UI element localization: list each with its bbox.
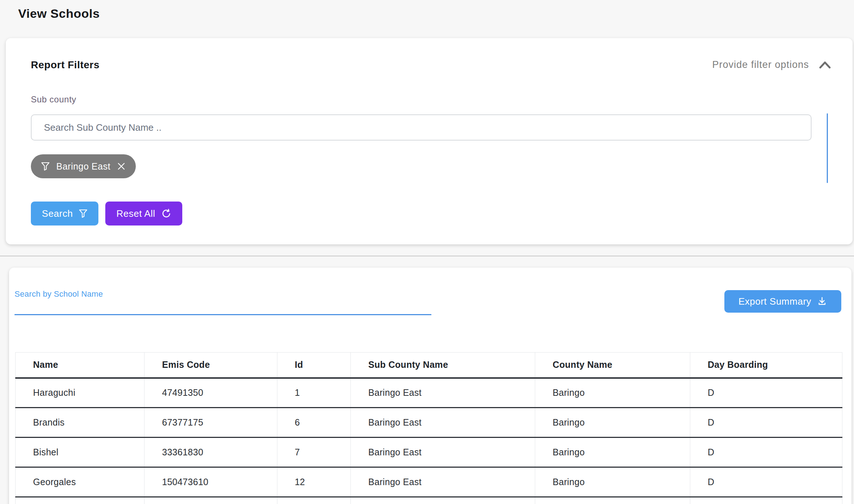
cell-sub-county: Baringo East: [351, 467, 535, 497]
list-scrollbar-thumb[interactable]: [827, 113, 828, 183]
cell-id: 1: [277, 378, 351, 408]
cell-day-boarding: D: [690, 378, 842, 408]
cell-day-boarding: D: [690, 438, 842, 467]
table-row: Bishel 33361830 7 Baringo East Baringo D: [16, 438, 842, 467]
filters-title: Report Filters: [31, 59, 99, 71]
close-icon[interactable]: [117, 162, 126, 171]
funnel-icon: [41, 162, 50, 171]
chevron-up-icon[interactable]: [818, 61, 831, 69]
chip-label: Baringo East: [56, 161, 110, 172]
cell-id: 12: [277, 467, 351, 497]
schools-card: Search by School Name Export Summary Nam…: [9, 268, 851, 504]
schools-table: Name Emis Code Id Sub County Name County…: [15, 352, 842, 504]
sub-county-search-input[interactable]: [31, 114, 812, 141]
search-button[interactable]: Search: [31, 202, 98, 225]
cell-emis-code: 150473610: [145, 467, 277, 497]
school-search-input[interactable]: [15, 298, 431, 315]
col-header-sub-county: Sub County Name: [351, 353, 535, 378]
funnel-icon: [79, 209, 88, 218]
cell-emis-code: 67377175: [145, 408, 277, 438]
cell-day-boarding: D: [690, 408, 842, 438]
table-row: Haraguchi 47491350 1 Baringo East Baring…: [16, 378, 842, 408]
cell-county: Baringo: [535, 467, 690, 497]
cell-sub-county: Baringo East: [351, 438, 535, 467]
export-button-label: Export Summary: [739, 296, 812, 307]
cell-county: Baringo: [535, 408, 690, 438]
cell-name: Brandis: [16, 408, 145, 438]
col-header-day-boarding: Day Boarding: [690, 353, 842, 378]
table-row: Brandis 67377175 6 Baringo East Baringo …: [16, 408, 842, 438]
sub-county-label: Sub county: [31, 94, 76, 105]
school-search-label: Search by School Name: [15, 289, 103, 299]
col-header-county: County Name: [535, 353, 690, 378]
reset-button-label: Reset All: [116, 208, 155, 219]
cell-id: 6: [277, 408, 351, 438]
cell-name: Haraguchi: [16, 378, 145, 408]
cell-emis-code: 33361830: [145, 438, 277, 467]
col-header-emis-code: Emis Code: [145, 353, 277, 378]
cell-id: 7: [277, 438, 351, 467]
cell-emis-code: 47491350: [145, 378, 277, 408]
section-divider: [0, 256, 854, 256]
report-filters-card: Report Filters Provide filter options Su…: [6, 38, 853, 244]
col-header-id: Id: [277, 353, 351, 378]
cell-sub-county: Baringo East: [351, 378, 535, 408]
cell-county: Baringo: [535, 378, 690, 408]
refresh-icon: [161, 208, 171, 219]
filters-toggle-label: Provide filter options: [712, 59, 809, 70]
download-icon: [817, 296, 827, 306]
cell-county: Baringo: [535, 438, 690, 467]
table-header-row: Name Emis Code Id Sub County Name County…: [16, 353, 842, 378]
table-row-partial: [16, 497, 842, 504]
reset-all-button[interactable]: Reset All: [105, 202, 182, 225]
export-summary-button[interactable]: Export Summary: [724, 290, 841, 313]
table-row: Georgales 150473610 12 Baringo East Bari…: [16, 467, 842, 497]
cell-name: Georgales: [16, 467, 145, 497]
page-title: View Schools: [18, 7, 100, 21]
cell-sub-county: Baringo East: [351, 408, 535, 438]
search-button-label: Search: [42, 208, 73, 219]
cell-day-boarding: D: [690, 467, 842, 497]
cell-name: Bishel: [16, 438, 145, 467]
col-header-name: Name: [16, 353, 145, 378]
selected-filter-chip[interactable]: Baringo East: [31, 154, 136, 178]
filters-collapse-toggle[interactable]: Provide filter options: [712, 59, 831, 70]
